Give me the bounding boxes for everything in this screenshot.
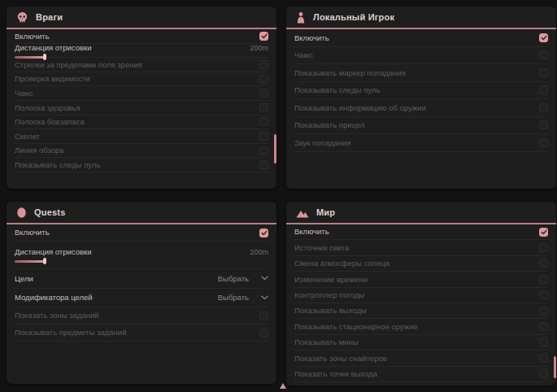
skull-icon bbox=[16, 11, 28, 24]
checkbox[interactable] bbox=[539, 50, 548, 59]
option-label: Цели bbox=[15, 275, 33, 283]
option-row: Звук попадания bbox=[294, 134, 548, 152]
checkbox[interactable] bbox=[539, 138, 548, 147]
option-row: Включить bbox=[294, 29, 548, 47]
option-label: Смена атмосферы солнца bbox=[294, 259, 389, 268]
option-row: Показывать маркер попадания bbox=[294, 64, 548, 82]
option-row: Модификатора целейВыбрать bbox=[15, 289, 268, 308]
checkbox[interactable] bbox=[539, 120, 548, 129]
option-label: Показать зоны снайперов bbox=[294, 355, 387, 363]
option-label: Чамс bbox=[15, 89, 33, 98]
checkbox[interactable] bbox=[259, 32, 268, 41]
option-row: Полоска боезапаса bbox=[15, 115, 268, 130]
dropdown[interactable]: Выбрать bbox=[218, 274, 268, 283]
slider-value: 200m bbox=[250, 248, 268, 256]
option-label: Звук попадания bbox=[294, 139, 351, 147]
checkbox[interactable] bbox=[259, 89, 268, 98]
chevron-down-icon bbox=[261, 295, 268, 300]
option-row: Показать зоны заданий bbox=[15, 307, 268, 324]
quest-icon bbox=[16, 207, 27, 219]
option-label: Полоска боезапаса bbox=[15, 118, 85, 126]
option-label: Полоска здоровья bbox=[15, 104, 81, 112]
checkbox[interactable] bbox=[259, 75, 268, 84]
option-label: Включить bbox=[294, 34, 329, 42]
slider-fill bbox=[15, 260, 45, 263]
option-row: Показывать стационарное оружие bbox=[294, 319, 548, 334]
option-row: Стрелки за пределами поля зрения bbox=[15, 58, 268, 72]
panel-world: Мир ВключитьИсточник светаСмена атмосфер… bbox=[286, 202, 556, 385]
option-row: Показать зоны снайперов bbox=[294, 351, 548, 366]
checkbox[interactable] bbox=[539, 322, 548, 331]
panel-header: Мир bbox=[286, 202, 556, 224]
option-row: Показывать прицел bbox=[294, 117, 548, 135]
checkbox[interactable] bbox=[539, 338, 548, 346]
slider-handle[interactable] bbox=[43, 258, 46, 264]
option-label: Проверка видимости bbox=[15, 75, 90, 83]
option-label: Включить bbox=[15, 229, 50, 237]
slider-fill bbox=[15, 56, 45, 59]
option-row: Дистанция отрисовки200m bbox=[15, 242, 268, 269]
panel-header: Локальный Игрок bbox=[286, 7, 556, 29]
mountain-icon bbox=[296, 207, 309, 218]
checkbox[interactable] bbox=[539, 85, 548, 94]
option-label: Показывать выходы bbox=[294, 307, 367, 315]
checkbox[interactable] bbox=[539, 33, 548, 42]
checkbox[interactable] bbox=[539, 259, 548, 268]
option-label: Показывать мины bbox=[294, 338, 359, 346]
scrollbar-thumb[interactable] bbox=[274, 134, 276, 163]
option-label: Показывать информацию об оружии bbox=[294, 104, 426, 112]
checkbox[interactable] bbox=[259, 329, 268, 338]
checkbox[interactable] bbox=[539, 243, 548, 252]
triangle-cursor-icon bbox=[280, 383, 286, 389]
option-label: Источник света bbox=[294, 244, 349, 252]
option-label: Показывать стационарное оружие bbox=[294, 323, 418, 331]
scrollbar-thumb[interactable] bbox=[554, 356, 556, 378]
distance-slider[interactable] bbox=[15, 260, 268, 263]
checkbox[interactable] bbox=[259, 311, 268, 320]
checkbox[interactable] bbox=[259, 117, 268, 126]
checkbox[interactable] bbox=[259, 229, 268, 237]
panel-quests: Quests ВключитьДистанция отрисовки200mЦе… bbox=[7, 202, 276, 384]
dropdown-value: Выбрать bbox=[218, 274, 249, 283]
option-label: Показать точки выхода bbox=[294, 370, 377, 378]
checkbox[interactable] bbox=[259, 103, 268, 112]
option-row: Изменение времени bbox=[294, 272, 548, 287]
checkbox[interactable] bbox=[259, 60, 268, 69]
option-row: Показывать информацию об оружии bbox=[294, 99, 548, 117]
checkbox[interactable] bbox=[539, 228, 548, 237]
person-icon bbox=[296, 11, 306, 24]
checkbox[interactable] bbox=[539, 275, 548, 284]
option-row: Показывать выходы bbox=[294, 303, 548, 319]
slider-value: 200m bbox=[250, 44, 268, 52]
panel-header: Quests bbox=[7, 202, 276, 224]
panel-enemies: Враги ВключитьДистанция отрисовки200mСтр… bbox=[7, 7, 276, 189]
option-label: Показывать прицел bbox=[294, 121, 364, 129]
option-label: Включить bbox=[294, 228, 329, 236]
option-row: Включить bbox=[15, 224, 268, 242]
option-row: Контроллер погоды bbox=[294, 288, 548, 303]
option-row: Проверка видимости bbox=[15, 72, 268, 87]
panel-title: Quests bbox=[34, 207, 66, 217]
option-row: Включить bbox=[15, 29, 268, 44]
checkbox[interactable] bbox=[259, 132, 268, 141]
panel-title: Локальный Игрок bbox=[313, 12, 394, 22]
option-label: Модификатора целей bbox=[15, 294, 93, 302]
checkbox[interactable] bbox=[539, 369, 548, 378]
panel-header: Враги bbox=[7, 7, 276, 29]
checkbox[interactable] bbox=[539, 290, 548, 299]
checkbox[interactable] bbox=[539, 307, 548, 316]
option-row: Показывать следы пуль bbox=[15, 158, 268, 172]
dropdown[interactable]: Выбрать bbox=[218, 293, 268, 302]
option-row: ЦелиВыбрать bbox=[15, 269, 268, 289]
option-label: Показать зоны заданий bbox=[15, 311, 99, 320]
checkbox[interactable] bbox=[539, 354, 548, 363]
checkbox[interactable] bbox=[259, 160, 268, 169]
checkbox[interactable] bbox=[539, 103, 548, 112]
checkbox[interactable] bbox=[259, 146, 268, 155]
panel-title: Мир bbox=[316, 207, 335, 217]
option-label: Показывать маркер попадания bbox=[294, 69, 406, 77]
checkbox[interactable] bbox=[539, 68, 548, 77]
distance-slider[interactable] bbox=[15, 56, 268, 58]
option-label: Показывать предметы заданий bbox=[15, 329, 126, 337]
chevron-down-icon bbox=[261, 276, 268, 281]
